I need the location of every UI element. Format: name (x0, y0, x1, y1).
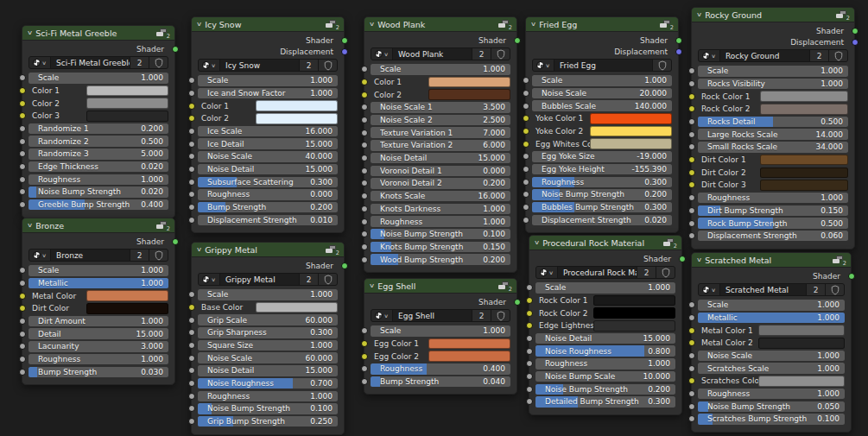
param-slider-knots-bump-strength[interactable]: Knots Bump Strength0.150 (371, 242, 510, 253)
param-slider-dirt-bump-strength[interactable]: Dirt Bump Strength0.150 (698, 205, 848, 217)
material-name-field[interactable]: Sci-Fi Metal Greeble (51, 57, 130, 68)
input-socket-metallic[interactable] (688, 314, 695, 321)
input-socket-scale[interactable] (361, 66, 368, 73)
param-slider-noise-detail[interactable]: Noise Detail15.000 (198, 365, 338, 376)
input-socket-roughness[interactable] (361, 218, 368, 225)
param-slider-noise-bump-strength[interactable]: Noise Bump Strength0.200 (532, 189, 672, 200)
input-socket-egg-color-2[interactable] (361, 353, 368, 360)
input-socket-egg-yoke-size[interactable] (523, 153, 529, 160)
input-socket-detailed-bump-strength[interactable] (526, 398, 533, 405)
material-browse-button[interactable]: ∨ (199, 60, 220, 71)
param-slider-noise-scale[interactable]: Noise Scale40.000 (198, 151, 338, 162)
collapse-chevron-icon[interactable]: ∨ (27, 223, 33, 229)
input-socket-rocks-visibility[interactable] (688, 80, 695, 87)
shader-output-socket[interactable] (514, 299, 521, 306)
users-count-button[interactable]: 2 (472, 48, 491, 60)
param-slider-noise-roughness[interactable]: Noise Roughness0.800 (535, 345, 675, 357)
input-socket-metallic[interactable] (19, 280, 26, 287)
color-swatch-rock-color-2[interactable] (760, 104, 848, 115)
fake-user-shield-button[interactable] (318, 60, 337, 71)
users-count-button[interactable]: 2 (130, 250, 149, 261)
input-socket-scale[interactable] (19, 74, 26, 81)
color-swatch-color-2[interactable] (256, 113, 338, 124)
input-socket-noise-bump-scale[interactable] (526, 373, 533, 380)
input-socket-scratches-color[interactable] (688, 377, 695, 384)
input-socket-grip-scale[interactable] (188, 317, 195, 324)
collapse-chevron-icon[interactable]: ∨ (696, 257, 702, 263)
node-header[interactable]: ∨Scratched Metal2 (692, 253, 851, 268)
input-socket-color-1[interactable] (19, 87, 26, 94)
displacement-output-socket[interactable] (852, 39, 858, 46)
node-fried-egg[interactable]: ∨Fried Egg2ShaderDisplacement∨Fried EggS… (525, 16, 679, 233)
input-socket-displacement-strength[interactable] (188, 217, 195, 224)
fake-user-shield-button[interactable] (318, 274, 337, 285)
input-socket-roughness[interactable] (188, 191, 195, 198)
users-count-button[interactable]: 2 (806, 284, 825, 295)
input-socket-ice-and-snow-factor[interactable] (188, 90, 195, 97)
node-icy-snow[interactable]: ∨Icy Snow2ShaderDisplacement∨Icy Snow2Sc… (191, 16, 345, 233)
material-browse-button[interactable]: ∨ (371, 310, 393, 321)
material-selector[interactable]: ∨Egg Shell2 (371, 309, 510, 322)
input-socket-dirt-bump-strength[interactable] (688, 207, 695, 214)
input-socket-rock-color-1[interactable] (688, 93, 695, 100)
param-slider-subsurface-scattering[interactable]: Subsurface Scattering0.300 (198, 177, 338, 188)
node-scratched-metal[interactable]: ∨Scratched Metal2Shader∨Scratched Metal2… (691, 252, 852, 433)
users-count-button[interactable]: 2 (472, 310, 491, 321)
shader-output-socket[interactable] (341, 262, 348, 269)
param-slider-roughness[interactable]: Roughness1.000 (698, 193, 848, 204)
input-socket-lacunarity[interactable] (19, 343, 26, 350)
shader-output-socket[interactable] (679, 256, 686, 262)
param-slider-scale[interactable]: Scale1.000 (532, 75, 672, 86)
material-name-field[interactable]: Icy Snow (220, 60, 299, 71)
param-slider-noise-bump-strength[interactable]: Noise Bump Strength0.050 (698, 401, 845, 413)
input-socket-roughness[interactable] (523, 179, 529, 186)
param-slider-small-rocks-scale[interactable]: Small Rocks Scale34.000 (698, 142, 848, 153)
users-count-button[interactable]: 2 (130, 57, 149, 68)
input-socket-randomize-1[interactable] (19, 125, 26, 132)
input-socket-detail[interactable] (19, 331, 26, 338)
fake-user-shield-button[interactable] (652, 60, 671, 71)
input-socket-color-1[interactable] (361, 79, 368, 85)
node-procedural-rock-material[interactable]: ∨Procedural Rock Material2Shader∨Procedu… (529, 235, 682, 415)
param-slider-displacement-strength[interactable]: Displacement Strength0.010 (198, 215, 338, 226)
collapse-chevron-icon[interactable]: ∨ (27, 30, 33, 36)
input-socket-noise-bump-strength[interactable] (526, 386, 533, 393)
shader-output-socket[interactable] (675, 37, 682, 44)
color-swatch-rock-color-1[interactable] (760, 91, 848, 102)
input-socket-dirt-color-2[interactable] (688, 169, 695, 176)
param-slider-roughness[interactable]: Roughness0.300 (532, 177, 672, 188)
color-swatch-color-2[interactable] (86, 98, 168, 109)
collapse-chevron-icon[interactable]: ∨ (369, 22, 375, 28)
input-socket-ice-scale[interactable] (188, 128, 195, 135)
material-name-field[interactable]: Procedural Rock Material (558, 267, 637, 278)
input-socket-displacement-strength[interactable] (523, 217, 529, 224)
param-slider-randomize-2[interactable]: Randomize 20.500 (29, 136, 168, 147)
input-socket-rock-color-2[interactable] (688, 105, 695, 112)
displacement-output-socket[interactable] (675, 48, 682, 55)
param-slider-metallic[interactable]: Metallic1.000 (698, 313, 845, 324)
color-swatch-color-1[interactable] (428, 77, 510, 88)
param-slider-randomize-3[interactable]: Randomize 35.000 (29, 148, 168, 160)
input-socket-dirt-color-1[interactable] (688, 156, 695, 163)
input-socket-noise-roughness[interactable] (188, 380, 195, 387)
input-socket-edge-lightness[interactable] (526, 322, 533, 329)
input-socket-roughness[interactable] (688, 194, 695, 201)
param-slider-noise-scale-1[interactable]: Noise Scale 13.500 (371, 102, 510, 113)
input-socket-egg-yoke-height[interactable] (523, 166, 529, 173)
input-socket-dirt-color[interactable] (19, 305, 26, 312)
users-count-button[interactable]: 2 (637, 267, 656, 278)
displacement-output-socket[interactable] (341, 48, 348, 55)
material-selector[interactable]: ∨Fried Egg (532, 59, 672, 72)
material-selector[interactable]: ∨Icy Snow2 (198, 59, 338, 72)
param-slider-bump-strength[interactable]: Bump Strength0.030 (29, 367, 168, 378)
node-grippy-metal[interactable]: ∨Grippy Metal2Shader∨Grippy Metal2Scale1… (191, 242, 345, 435)
fake-user-shield-button[interactable] (491, 48, 510, 60)
param-slider-roughness[interactable]: Roughness0.000 (198, 189, 338, 200)
color-swatch-color-2[interactable] (428, 89, 510, 100)
node-header[interactable]: ∨Bronze2 (22, 218, 174, 233)
material-name-field[interactable]: Grippy Metal (220, 274, 299, 285)
material-browse-button[interactable]: ∨ (536, 267, 558, 278)
param-slider-displacement-strength[interactable]: Displacement Strength0.060 (698, 231, 848, 242)
node-header[interactable]: ∨Fried Egg2 (526, 17, 678, 32)
input-socket-bump-strength[interactable] (188, 204, 195, 211)
